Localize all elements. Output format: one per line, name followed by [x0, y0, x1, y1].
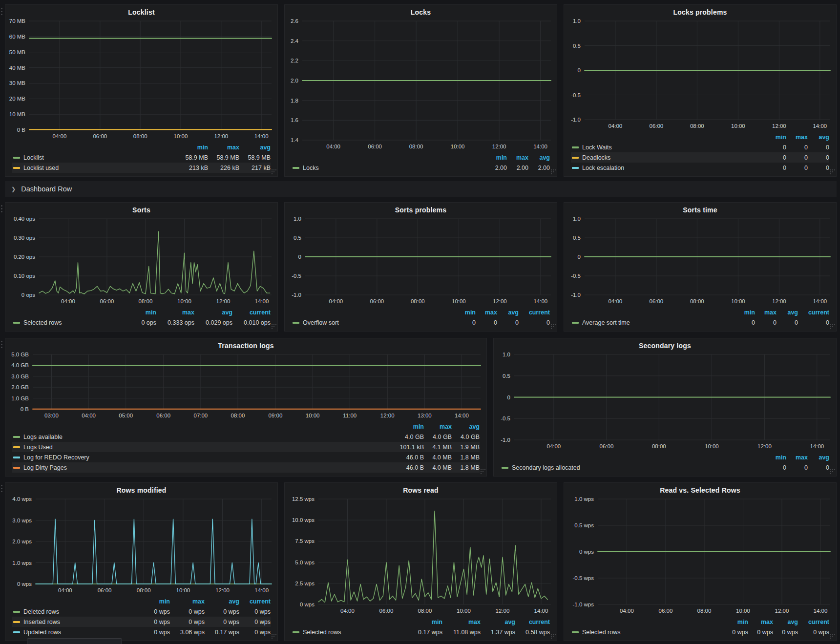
- legend-col-current[interactable]: current: [798, 309, 829, 316]
- resize-grip-icon[interactable]: [271, 634, 276, 640]
- legend-col-min[interactable]: min: [734, 309, 755, 316]
- legend-col-max[interactable]: max: [156, 309, 194, 316]
- legend-col-avg[interactable]: avg: [239, 144, 271, 151]
- panel-title[interactable]: Rows read: [285, 483, 557, 495]
- legend-series-label[interactable]: Updated rows: [12, 629, 145, 636]
- legend-col-max[interactable]: max: [442, 619, 481, 625]
- legend-col-max[interactable]: max: [755, 309, 777, 316]
- legend-col-min[interactable]: min: [145, 598, 170, 605]
- chart-area[interactable]: 1.00.50-0.5-1.004:0006:0008:0010:0012:00…: [564, 17, 836, 131]
- resize-grip-icon[interactable]: [550, 324, 556, 330]
- legend-series-label[interactable]: Locklist used: [12, 165, 177, 171]
- legend-col-min[interactable]: min: [454, 309, 476, 316]
- legend-series-label[interactable]: Selected rows: [292, 629, 408, 636]
- chart-area[interactable]: 70 MB60 MB50 MB40 MB30 MB20 MB10 MB0 B04…: [5, 17, 277, 142]
- panel-title[interactable]: Sorts problems: [285, 203, 557, 215]
- dashboard-row-header[interactable]: ❯ Dashboard Row: [5, 181, 837, 197]
- panel-title[interactable]: Sorts time: [564, 203, 836, 215]
- legend-col-current[interactable]: current: [232, 309, 271, 316]
- legend-col-min[interactable]: min: [765, 134, 786, 141]
- legend-col-current[interactable]: current: [515, 619, 550, 625]
- chart-area[interactable]: 1.00.50-0.5-1.004:0006:0008:0010:0012:00…: [494, 351, 836, 452]
- panel-title[interactable]: Rows modified: [5, 483, 277, 495]
- resize-grip-icon[interactable]: [829, 324, 835, 330]
- legend-col-max[interactable]: max: [170, 598, 205, 605]
- chart-area[interactable]: 12.5 wps10.0 wps7.5 wps5.0 wps2.5 wps0 w…: [285, 495, 557, 616]
- legend-series-label[interactable]: Locks: [292, 165, 485, 171]
- legend-col-min[interactable]: min: [765, 454, 786, 461]
- panel-title[interactable]: Locks problems: [564, 5, 836, 17]
- panel-title[interactable]: Locklist: [5, 5, 277, 17]
- legend-series-label[interactable]: Log Dirty Pages: [12, 464, 389, 471]
- panel-drag-handle-icon[interactable]: [1, 205, 3, 214]
- panel-title[interactable]: Read vs. Selected Rows: [564, 483, 836, 495]
- legend-col-current[interactable]: current: [519, 309, 550, 316]
- chart-area[interactable]: 1.00.50-0.5-1.004:0006:0008:0010:0012:00…: [564, 215, 836, 307]
- panel-drag-handle-icon[interactable]: [1, 485, 3, 494]
- chart-area[interactable]: 0.40 ops0.30 ops0.20 ops0.10 ops0 ops04:…: [5, 215, 277, 307]
- legend-col-max[interactable]: max: [208, 144, 239, 151]
- legend-series-label[interactable]: Inserted rows: [12, 619, 145, 625]
- legend-col-max[interactable]: max: [424, 423, 452, 430]
- legend-col-max[interactable]: max: [476, 309, 497, 316]
- legend-series-label[interactable]: Lock Waits: [571, 144, 765, 151]
- legend-col-avg[interactable]: avg: [808, 454, 829, 461]
- legend-col-avg[interactable]: avg: [528, 154, 550, 161]
- legend-series-label[interactable]: Deleted rows: [12, 608, 145, 615]
- legend-series-label[interactable]: Locklist: [12, 154, 177, 161]
- legend-series-label[interactable]: Lock escalation: [571, 165, 765, 171]
- legend-series-label[interactable]: Average sort time: [571, 319, 734, 326]
- legend-col-min[interactable]: min: [389, 423, 424, 430]
- chart-area[interactable]: 2.62.42.22.01.81.61.404:0006:0008:0010:0…: [285, 17, 557, 152]
- resize-grip-icon[interactable]: [271, 324, 276, 330]
- legend-col-avg[interactable]: avg: [808, 134, 829, 141]
- legend-series-label[interactable]: Overflow sort: [292, 319, 454, 326]
- panel-title[interactable]: Sorts: [5, 203, 277, 215]
- legend-col-avg[interactable]: avg: [452, 423, 480, 430]
- resize-grip-icon[interactable]: [829, 634, 835, 640]
- legend-series-label[interactable]: Secondary logs allocated: [501, 464, 765, 471]
- legend-col-min[interactable]: min: [131, 309, 156, 316]
- panel-drag-handle-icon[interactable]: [1, 8, 3, 17]
- chart-area[interactable]: 4.0 wps3.0 wps2.0 wps1.0 wps0 wps04:0006…: [5, 495, 277, 596]
- legend-col-max[interactable]: max: [507, 154, 528, 161]
- resize-grip-icon[interactable]: [829, 169, 835, 175]
- legend-col-min[interactable]: min: [177, 144, 208, 151]
- resize-grip-icon[interactable]: [480, 469, 485, 475]
- legend-col-min[interactable]: min: [485, 154, 507, 161]
- legend-value: 0.58 wps: [515, 629, 550, 636]
- add-row-button[interactable]: [27, 638, 122, 644]
- legend-series-label[interactable]: Selected rows: [12, 319, 131, 326]
- legend-col-max[interactable]: max: [786, 454, 808, 461]
- panel-title[interactable]: Locks: [285, 5, 557, 17]
- resize-grip-icon[interactable]: [550, 169, 556, 175]
- legend-col-max[interactable]: max: [786, 134, 808, 141]
- legend-col-current[interactable]: current: [239, 598, 271, 605]
- legend-col-avg[interactable]: avg: [497, 309, 519, 316]
- resize-grip-icon[interactable]: [271, 169, 276, 175]
- panel-title[interactable]: Secondary logs: [494, 338, 836, 351]
- legend-series-label[interactable]: Logs Used: [12, 444, 389, 451]
- legend-col-min[interactable]: min: [723, 619, 748, 625]
- legend-col-avg[interactable]: avg: [194, 309, 232, 316]
- svg-text:06:00: 06:00: [600, 443, 614, 449]
- legend-series-label[interactable]: Selected rows: [571, 629, 723, 636]
- legend-col-avg[interactable]: avg: [481, 619, 515, 625]
- chart-area[interactable]: 1.0 wps0.5 wps0 wps-0.5 wps-1.0 wps04:00…: [564, 495, 836, 616]
- svg-text:-1.0: -1.0: [571, 117, 581, 123]
- legend-series-label[interactable]: Deadlocks: [571, 154, 765, 161]
- legend-col-avg[interactable]: avg: [777, 309, 798, 316]
- chart-area[interactable]: 1.00.50-0.5-1.004:0006:0008:0010:0012:00…: [285, 215, 557, 307]
- resize-grip-icon[interactable]: [550, 634, 556, 640]
- legend-col-avg[interactable]: avg: [205, 598, 239, 605]
- legend-col-current[interactable]: current: [798, 619, 829, 625]
- panel-drag-handle-icon[interactable]: [1, 341, 3, 350]
- panel-title[interactable]: Transaction logs: [5, 338, 486, 351]
- legend-col-max[interactable]: max: [748, 619, 773, 625]
- legend-col-min[interactable]: min: [408, 619, 442, 625]
- legend-series-label[interactable]: Log for REDO Recovery: [12, 454, 389, 461]
- legend-col-avg[interactable]: avg: [773, 619, 798, 625]
- chart-area[interactable]: 5.0 GB4.0 GB3.0 GB2.0 GB1.0 GB0 B03:0004…: [5, 351, 486, 421]
- legend-series-label[interactable]: Logs available: [12, 434, 389, 440]
- resize-grip-icon[interactable]: [829, 469, 835, 475]
